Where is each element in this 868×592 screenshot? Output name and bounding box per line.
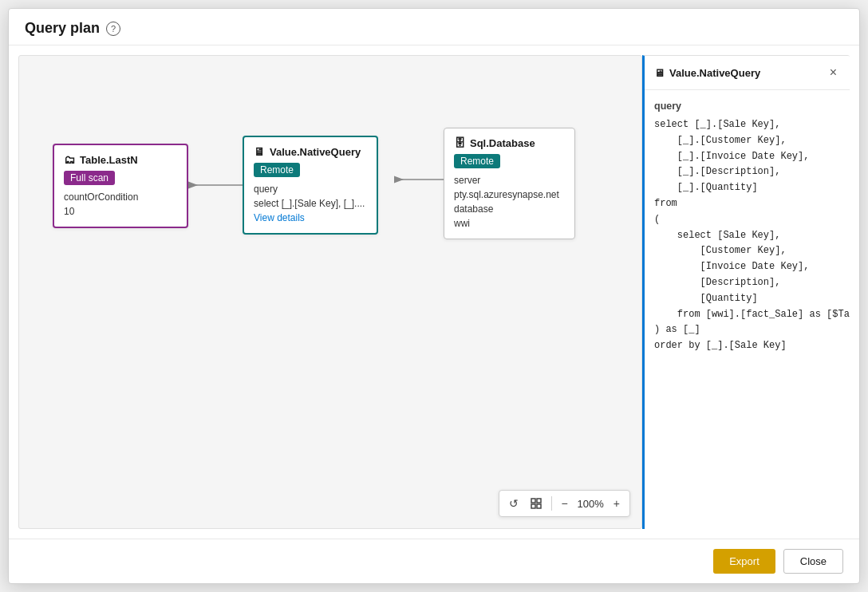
table-icon: 🗂: [64, 153, 75, 166]
node-native-body: query select [_].[Sale Key], [_].... Vie…: [254, 182, 367, 225]
side-panel-content: query select [_].[Sale Key], [_].[Custom…: [645, 90, 850, 362]
svg-rect-3: [531, 499, 535, 503]
sql-code: select [_].[Sale Key], [_].[Customer Key…: [654, 117, 840, 354]
database-key: database: [454, 202, 565, 216]
modal-header: Query plan ?: [9, 9, 859, 45]
fit-button[interactable]: [525, 494, 547, 513]
db-icon: 🗄: [454, 136, 465, 149]
node-native-title: Value.NativeQuery: [270, 146, 361, 158]
query-plan-modal: Query plan ?: [8, 8, 860, 584]
side-panel-title-text: Value.NativeQuery: [669, 67, 760, 79]
database-val: wwi: [454, 216, 565, 231]
modal-body: 🗂 Table.LastN Full scan countOrCondition…: [9, 45, 859, 539]
side-panel-node-icon: 🖥: [654, 67, 665, 79]
zoom-out-button[interactable]: −: [556, 494, 572, 513]
node-value-nativequery[interactable]: 🖥 Value.NativeQuery Remote query select …: [243, 136, 378, 235]
side-panel-label: query: [654, 98, 840, 114]
node-db-body: server pty.sql.azuresynapse.net database…: [454, 173, 565, 231]
export-button[interactable]: Export: [713, 549, 775, 574]
view-details-link[interactable]: View details: [254, 212, 305, 223]
node-sql-database[interactable]: 🗄 Sql.Database Remote server pty.sql.azu…: [444, 128, 575, 239]
close-button[interactable]: Close: [783, 549, 843, 574]
canvas-toolbar: ↺ − 100% +: [499, 490, 630, 517]
node-table-title: Table.LastN: [80, 154, 138, 166]
zoom-level: 100%: [574, 498, 607, 510]
help-icon[interactable]: ?: [106, 22, 120, 36]
badge-remote-db: Remote: [454, 154, 565, 173]
query-val: select [_].[Sale Key], [_]....: [254, 196, 367, 211]
count-or-condition-key: countOrCondition: [64, 190, 177, 204]
query-key: query: [254, 182, 367, 196]
node-table-lastn[interactable]: 🗂 Table.LastN Full scan countOrCondition…: [53, 144, 188, 228]
svg-rect-5: [531, 504, 535, 508]
node-native-header: 🖥 Value.NativeQuery: [254, 145, 367, 158]
side-panel: 🖥 Value.NativeQuery × query select [_].[…: [642, 55, 850, 529]
side-panel-header: 🖥 Value.NativeQuery ×: [645, 56, 850, 90]
arrows-svg: [19, 56, 641, 528]
count-or-condition-val: 10: [64, 204, 177, 219]
side-panel-title-container: 🖥 Value.NativeQuery: [654, 67, 760, 79]
node-db-title: Sql.Database: [470, 137, 535, 149]
svg-rect-6: [537, 504, 541, 508]
node-db-header: 🗄 Sql.Database: [454, 136, 565, 149]
native-icon: 🖥: [254, 145, 265, 158]
badge-remote-native: Remote: [254, 163, 367, 182]
reset-button[interactable]: ↺: [504, 494, 523, 513]
badge-fullscan: Full scan: [64, 171, 177, 190]
canvas-area[interactable]: 🗂 Table.LastN Full scan countOrCondition…: [18, 55, 642, 529]
server-val: pty.sql.azuresynapse.net: [454, 187, 565, 202]
zoom-in-button[interactable]: +: [609, 494, 625, 513]
modal-footer: Export Close: [9, 539, 859, 583]
fit-icon: [530, 497, 542, 510]
side-panel-close-button[interactable]: ×: [827, 64, 840, 81]
svg-rect-4: [537, 499, 541, 503]
toolbar-divider: [551, 496, 552, 511]
node-table-body: countOrCondition 10: [64, 190, 177, 219]
server-key: server: [454, 173, 565, 187]
canvas-nodes: 🗂 Table.LastN Full scan countOrCondition…: [19, 56, 641, 528]
node-table-header: 🗂 Table.LastN: [64, 153, 177, 166]
modal-title: Query plan: [25, 20, 100, 37]
